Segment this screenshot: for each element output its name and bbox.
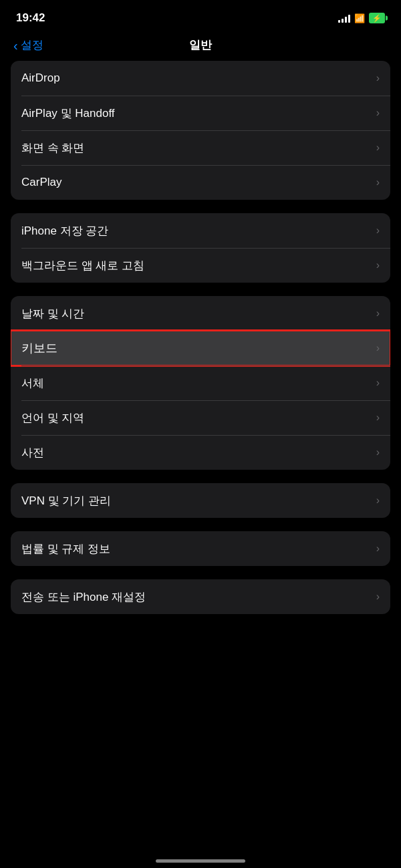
fonts-item[interactable]: 서체 › xyxy=(11,366,390,400)
chevron-right-icon: › xyxy=(376,591,380,603)
section-group-2: iPhone 저장 공간 › 백그라운드 앱 새로 고침 › xyxy=(11,213,390,283)
chevron-right-icon: › xyxy=(376,107,380,119)
carplay-label: CarPlay xyxy=(21,176,61,189)
legal-label: 법률 및 규제 정보 xyxy=(21,541,110,557)
storage-item[interactable]: iPhone 저장 공간 › xyxy=(11,213,390,248)
section-group-3: 날짜 및 시간 › 키보드 › 서체 › 언어 및 지역 › 사전 › xyxy=(11,296,390,470)
airdrop-label: AirDrop xyxy=(21,71,60,85)
status-time: 19:42 xyxy=(16,11,45,25)
keyboard-item[interactable]: 키보드 › xyxy=(11,331,390,366)
page-title: 일반 xyxy=(189,37,212,53)
battery-icon: ⚡ xyxy=(369,13,385,23)
status-bar: 19:42 📶 ⚡ xyxy=(0,0,401,32)
section-group-4: VPN 및 기기 관리 › xyxy=(11,483,390,518)
vpn-label: VPN 및 기기 관리 xyxy=(21,493,111,509)
chevron-right-icon: › xyxy=(376,176,380,188)
airdrop-item[interactable]: AirDrop › xyxy=(11,61,390,96)
chevron-right-icon: › xyxy=(376,446,380,458)
airplay-label: AirPlay 및 Handoff xyxy=(21,106,115,121)
language-item[interactable]: 언어 및 지역 › xyxy=(11,400,390,435)
settings-content: AirDrop › AirPlay 및 Handoff › 화면 속 화면 › … xyxy=(0,61,401,654)
status-icons: 📶 ⚡ xyxy=(338,13,385,23)
datetime-label: 날짜 및 시간 xyxy=(21,306,84,321)
keyboard-label: 키보드 xyxy=(21,340,57,356)
chevron-right-icon: › xyxy=(376,72,380,84)
dictionary-label: 사전 xyxy=(21,445,44,460)
back-button[interactable]: ‹ 설정 xyxy=(13,37,43,53)
legal-item[interactable]: 법률 및 규제 정보 › xyxy=(11,531,390,566)
section-group-5: 법률 및 규제 정보 › xyxy=(11,531,390,566)
background-label: 백그라운드 앱 새로 고침 xyxy=(21,258,144,273)
chevron-right-icon: › xyxy=(376,377,380,389)
chevron-right-icon: › xyxy=(376,307,380,319)
chevron-right-icon: › xyxy=(376,225,380,237)
vpn-item[interactable]: VPN 및 기기 관리 › xyxy=(11,483,390,518)
fonts-label: 서체 xyxy=(21,376,44,391)
chevron-right-icon: › xyxy=(376,142,380,154)
language-label: 언어 및 지역 xyxy=(21,410,84,426)
chevron-right-icon: › xyxy=(376,543,380,555)
chevron-right-icon: › xyxy=(376,494,380,507)
dictionary-item[interactable]: 사전 › xyxy=(11,435,390,470)
datetime-item[interactable]: 날짜 및 시간 › xyxy=(11,296,390,331)
home-indicator xyxy=(156,859,245,863)
signal-bars-icon xyxy=(338,13,350,23)
pip-label: 화면 속 화면 xyxy=(21,140,84,156)
transfer-label: 전송 또는 iPhone 재설정 xyxy=(21,589,146,605)
wifi-icon: 📶 xyxy=(354,13,365,23)
back-chevron-icon: ‹ xyxy=(13,39,18,52)
nav-header: ‹ 설정 일반 xyxy=(0,32,401,61)
section-group-6: 전송 또는 iPhone 재설정 › xyxy=(11,579,390,614)
pip-item[interactable]: 화면 속 화면 › xyxy=(11,130,390,165)
carplay-item[interactable]: CarPlay › xyxy=(11,165,390,200)
storage-label: iPhone 저장 공간 xyxy=(21,223,108,239)
chevron-right-icon: › xyxy=(376,259,380,271)
chevron-right-icon: › xyxy=(376,412,380,424)
back-label: 설정 xyxy=(21,37,43,53)
airplay-item[interactable]: AirPlay 및 Handoff › xyxy=(11,96,390,130)
transfer-item[interactable]: 전송 또는 iPhone 재설정 › xyxy=(11,579,390,614)
section-group-1: AirDrop › AirPlay 및 Handoff › 화면 속 화면 › … xyxy=(11,61,390,200)
background-item[interactable]: 백그라운드 앱 새로 고침 › xyxy=(11,248,390,283)
chevron-right-icon: › xyxy=(376,342,380,354)
